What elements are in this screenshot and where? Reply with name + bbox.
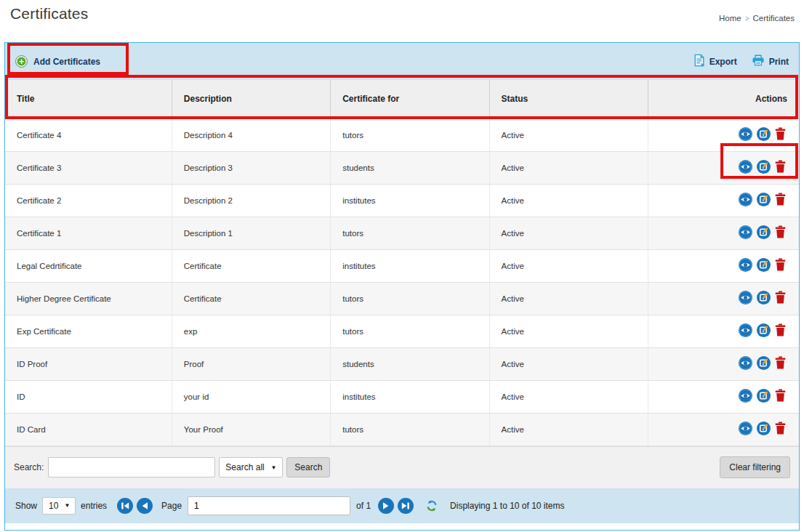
view-icon[interactable]: [739, 356, 752, 370]
search-label: Search:: [14, 462, 44, 472]
breadcrumb: Home > Certificates: [719, 14, 795, 23]
of-total-label: of 1: [356, 501, 371, 511]
breadcrumb-home[interactable]: Home: [719, 14, 741, 23]
cell-status: Active: [489, 282, 648, 315]
edit-icon[interactable]: [757, 127, 771, 141]
export-icon: [694, 54, 705, 70]
table-row: Certificate 1 Description 1 tutors Activ…: [5, 217, 799, 249]
view-icon[interactable]: [739, 422, 752, 435]
table-row: Legal Cedrtificate Certificate institute…: [5, 249, 799, 282]
view-icon[interactable]: [739, 323, 752, 337]
cell-certificate-for: students: [331, 151, 489, 184]
delete-icon[interactable]: [775, 160, 789, 174]
edit-icon[interactable]: [757, 160, 771, 174]
cell-title: ID: [5, 380, 172, 413]
view-icon[interactable]: [739, 389, 752, 403]
export-button[interactable]: Export: [694, 54, 737, 70]
add-plus-icon: +: [15, 55, 28, 68]
page-size-select[interactable]: 10 ▼: [42, 497, 76, 515]
pagination-bar: Show 10 ▼ entries Page of 1: [5, 488, 799, 523]
search-bar: Search: Search all ▼ Search Clear filter…: [5, 446, 799, 488]
cell-title: Certificate 1: [5, 217, 172, 249]
cell-status: Active: [489, 315, 648, 347]
chevron-down-icon: ▼: [64, 502, 70, 509]
cell-certificate-for: institutes: [331, 249, 489, 282]
cell-status: Active: [489, 184, 648, 217]
add-certificates-label: Add Certificates: [33, 57, 100, 67]
edit-icon[interactable]: [757, 291, 771, 305]
view-icon[interactable]: [739, 291, 752, 305]
view-icon[interactable]: [739, 258, 752, 272]
cell-title: Higher Degree Certificate: [5, 282, 172, 315]
table-row: ID Proof Proof students Active: [5, 347, 799, 380]
print-label: Print: [769, 57, 789, 67]
edit-icon[interactable]: [757, 356, 771, 370]
edit-icon[interactable]: [757, 323, 771, 337]
page-label: Page: [161, 501, 182, 511]
cell-description: Proof: [172, 347, 330, 380]
column-header-status: Status: [489, 80, 648, 118]
delete-icon[interactable]: [775, 422, 789, 435]
cell-description: Your Proof: [172, 413, 330, 446]
search-input[interactable]: [48, 457, 215, 477]
clear-filtering-button[interactable]: Clear filtering: [720, 456, 790, 478]
page-number-input[interactable]: [188, 496, 350, 515]
cell-description: exp: [172, 315, 330, 347]
view-icon[interactable]: [739, 193, 752, 206]
delete-icon[interactable]: [775, 389, 789, 403]
delete-icon[interactable]: [775, 258, 789, 272]
refresh-icon[interactable]: [425, 499, 438, 512]
edit-icon[interactable]: [757, 193, 771, 206]
previous-page-button[interactable]: [137, 498, 153, 514]
delete-icon[interactable]: [775, 193, 789, 206]
delete-icon[interactable]: [775, 127, 789, 141]
cell-actions: [648, 282, 799, 315]
cell-actions: [648, 184, 799, 217]
cell-description: Certificate: [172, 282, 330, 315]
column-header-certificate-for: Certificate for: [331, 80, 489, 118]
cell-certificate-for: institutes: [331, 380, 489, 413]
edit-icon[interactable]: [757, 389, 771, 403]
toolbar: + Add Certificates Export: [5, 43, 799, 80]
column-header-title: Title: [5, 80, 172, 118]
cell-status: Active: [489, 413, 648, 446]
entries-label: entries: [81, 501, 107, 511]
delete-icon[interactable]: [775, 356, 789, 370]
table-header: Title Description Certificate for Status…: [5, 80, 799, 118]
print-button[interactable]: Print: [752, 55, 789, 69]
table-row: ID Card Your Proof tutors Active: [5, 413, 799, 446]
add-certificates-button[interactable]: + Add Certificates: [15, 55, 100, 68]
cell-status: Active: [489, 217, 648, 249]
certificates-panel: + Add Certificates Export: [4, 42, 800, 531]
delete-icon[interactable]: [775, 291, 789, 305]
cell-title: Legal Cedrtificate: [5, 249, 172, 282]
cell-status: Active: [489, 380, 648, 413]
cell-certificate-for: institutes: [331, 184, 489, 217]
table-row: Higher Degree Certificate Certificate tu…: [5, 282, 799, 315]
cell-actions: [648, 315, 799, 347]
breadcrumb-separator: >: [745, 15, 749, 23]
first-page-button[interactable]: [117, 498, 133, 514]
edit-icon[interactable]: [757, 258, 771, 272]
delete-icon[interactable]: [775, 225, 789, 239]
chevron-down-icon: ▼: [270, 464, 276, 471]
cell-certificate-for: tutors: [331, 413, 489, 446]
table-row: Certificate 2 Description 2 institutes A…: [5, 184, 799, 217]
edit-icon[interactable]: [757, 225, 771, 239]
cell-description: Description 3: [172, 151, 330, 184]
cell-status: Active: [489, 118, 648, 151]
cell-certificate-for: tutors: [331, 315, 489, 347]
view-icon[interactable]: [739, 225, 752, 239]
delete-icon[interactable]: [775, 323, 789, 337]
search-button[interactable]: Search: [286, 457, 330, 477]
cell-title: ID Proof: [5, 347, 172, 380]
export-label: Export: [709, 57, 737, 67]
search-filter-select[interactable]: Search all ▼: [219, 457, 283, 477]
edit-icon[interactable]: [757, 422, 771, 435]
view-icon[interactable]: [739, 127, 752, 141]
next-page-button[interactable]: [378, 498, 394, 514]
column-header-description: Description: [172, 80, 330, 118]
view-icon[interactable]: [739, 160, 752, 174]
cell-status: Active: [489, 347, 648, 380]
last-page-button[interactable]: [398, 498, 414, 514]
